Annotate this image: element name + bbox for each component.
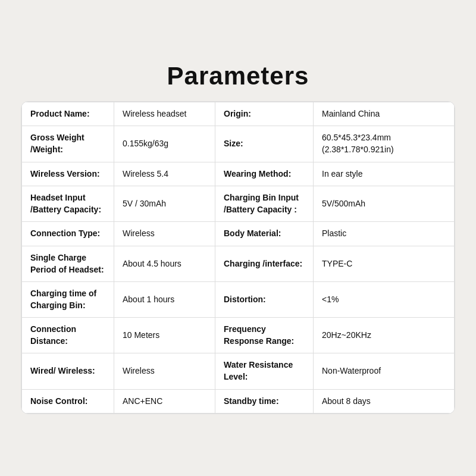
param-label-8: Wired/ Wireless: bbox=[22, 353, 114, 389]
param-value-8: Wireless bbox=[114, 353, 215, 389]
table-row: Product Name:Wireless headsetOrigin:Main… bbox=[22, 102, 455, 126]
param-value2-9: About 8 days bbox=[314, 389, 455, 414]
param-label-1: Gross Weight /Weight: bbox=[22, 126, 114, 162]
param-value2-0: Mainland China bbox=[314, 102, 455, 126]
param-value-0: Wireless headset bbox=[114, 102, 215, 126]
params-table-wrapper: Product Name:Wireless headsetOrigin:Main… bbox=[21, 101, 455, 415]
param-value2-2: In ear style bbox=[314, 162, 455, 186]
param-label2-2: Wearing Method: bbox=[215, 162, 314, 186]
param-label2-4: Body Material: bbox=[215, 222, 314, 246]
param-value2-1: 60.5*45.3*23.4mm (2.38*1.78*0.921in) bbox=[314, 126, 455, 162]
param-value-7: 10 Meters bbox=[114, 318, 215, 353]
table-row: Single Charge Period of Headset:About 4.… bbox=[22, 246, 455, 281]
param-value-5: About 4.5 hours bbox=[114, 246, 215, 281]
table-row: Noise Control:ANC+ENCStandby time:About … bbox=[22, 389, 455, 414]
param-label2-3: Charging Bin Input /Battery Capacity : bbox=[215, 186, 314, 222]
param-label-6: Charging time of Charging Bin: bbox=[22, 282, 114, 318]
params-table: Product Name:Wireless headsetOrigin:Main… bbox=[21, 102, 455, 414]
table-row: Headset Input /Battery Capacity:5V / 30m… bbox=[22, 186, 455, 222]
param-label2-6: Distortion: bbox=[215, 282, 314, 318]
table-row: Charging time of Charging Bin:About 1 ho… bbox=[22, 282, 455, 318]
param-value2-8: Non-Waterproof bbox=[314, 353, 455, 389]
param-value2-5: TYPE-C bbox=[314, 246, 455, 281]
param-label-0: Product Name: bbox=[22, 102, 114, 126]
param-label-9: Noise Control: bbox=[22, 389, 114, 414]
param-value-1: 0.155kg/63g bbox=[114, 126, 215, 162]
param-label2-1: Size: bbox=[215, 126, 314, 162]
param-label-3: Headset Input /Battery Capacity: bbox=[22, 186, 114, 222]
table-row: Connection Distance:10 MetersFrequency R… bbox=[22, 318, 455, 353]
param-value2-3: 5V/500mAh bbox=[314, 186, 455, 222]
param-value-3: 5V / 30mAh bbox=[114, 186, 215, 222]
param-label-7: Connection Distance: bbox=[22, 318, 114, 353]
param-label2-8: Water Resistance Level: bbox=[215, 353, 314, 389]
param-value-9: ANC+ENC bbox=[114, 389, 215, 414]
param-label-2: Wireless Version: bbox=[22, 162, 114, 186]
param-label2-5: Charging /interface: bbox=[215, 246, 314, 281]
page-title: Parameters bbox=[167, 62, 309, 90]
param-label-4: Connection Type: bbox=[22, 222, 114, 246]
param-value2-7: 20Hz~20KHz bbox=[314, 318, 455, 353]
table-row: Gross Weight /Weight:0.155kg/63gSize:60.… bbox=[22, 126, 455, 162]
param-value-4: Wireless bbox=[114, 222, 215, 246]
param-value-2: Wireless 5.4 bbox=[114, 162, 215, 186]
param-label-5: Single Charge Period of Headset: bbox=[22, 246, 114, 281]
param-value2-6: <1% bbox=[314, 282, 455, 318]
table-row: Connection Type:WirelessBody Material:Pl… bbox=[22, 222, 455, 246]
param-label2-7: Frequency Response Range: bbox=[215, 318, 314, 353]
param-label2-9: Standby time: bbox=[215, 389, 314, 414]
table-row: Wired/ Wireless:WirelessWater Resistance… bbox=[22, 353, 455, 389]
param-value-6: About 1 hours bbox=[114, 282, 215, 318]
param-value2-4: Plastic bbox=[314, 222, 455, 246]
param-label2-0: Origin: bbox=[215, 102, 314, 126]
table-row: Wireless Version:Wireless 5.4Wearing Met… bbox=[22, 162, 455, 186]
